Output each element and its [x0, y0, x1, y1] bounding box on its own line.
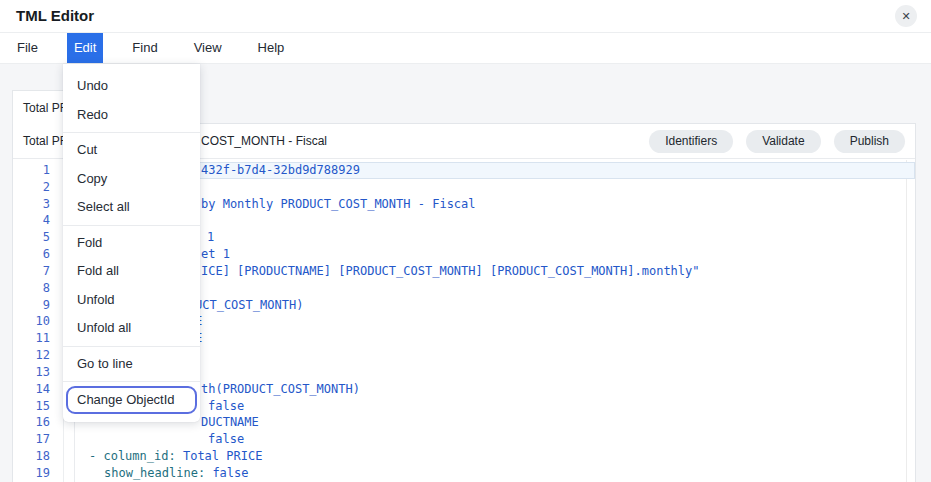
code-token: UCT_COST_MONTH)	[195, 298, 303, 312]
menu-item-cut[interactable]: Cut	[63, 136, 200, 165]
code-token: false	[205, 466, 248, 480]
document-title-fragment-right: COST_MONTH - Fiscal	[201, 134, 327, 148]
code-token: false	[208, 432, 244, 446]
menu-bar: FileEditFindViewHelp	[0, 33, 931, 64]
menu-item-unfold[interactable]: Unfold	[63, 286, 200, 315]
code-token: 432f-b7d4-32bd9d788929	[201, 163, 360, 177]
line-number: 19	[13, 465, 63, 482]
menu-item-go-to-line[interactable]: Go to line	[63, 350, 200, 379]
tml-editor-window: TML Editor ✕ FileEditFindViewHelp Total …	[0, 0, 931, 482]
code-token: show_headline:	[104, 466, 205, 480]
menu-help[interactable]: Help	[251, 33, 292, 63]
header-actions: IdentifiersValidatePublish	[649, 130, 905, 153]
code-line-content[interactable]: false	[63, 431, 915, 448]
menu-item-redo[interactable]: Redo	[63, 101, 200, 130]
line-number: 15	[13, 398, 63, 415]
menu-view[interactable]: View	[187, 33, 229, 63]
menu-item-change-objectid[interactable]: Change ObjectId	[66, 386, 197, 414]
code-token: false	[208, 399, 244, 413]
line-number: 7	[13, 263, 63, 280]
close-icon: ✕	[901, 10, 910, 22]
code-token: Total PRICE	[176, 449, 263, 463]
code-token: DUCTNAME	[201, 415, 259, 429]
code-token: et 1	[201, 247, 230, 261]
menu-group: CutCopySelect all	[63, 132, 200, 225]
line-number: 14	[13, 381, 63, 398]
code-line: 18- column_id: Total PRICE	[13, 448, 915, 465]
menu-item-unfold-all[interactable]: Unfold all	[63, 314, 200, 343]
menu-item-fold-all[interactable]: Fold all	[63, 257, 200, 286]
line-number: 18	[13, 448, 63, 465]
code-line-content[interactable]: - column_id: Total PRICE	[63, 448, 915, 465]
code-token: th(PRODUCT_COST_MONTH)	[201, 382, 360, 396]
line-number: 3	[13, 196, 63, 213]
line-number: 8	[13, 280, 63, 297]
code-token: - column_id:	[89, 449, 176, 463]
menu-file[interactable]: File	[10, 33, 45, 63]
line-number: 1	[13, 162, 63, 179]
menu-item-undo[interactable]: Undo	[63, 72, 200, 101]
validate-button[interactable]: Validate	[746, 130, 820, 153]
window-title: TML Editor	[16, 0, 94, 32]
code-line-content[interactable]: show_headline: false	[63, 465, 915, 482]
line-number: 11	[13, 330, 63, 347]
line-number: 16	[13, 414, 63, 431]
code-token: 1	[207, 230, 214, 244]
line-number: 2	[13, 179, 63, 196]
line-number: 5	[13, 229, 63, 246]
publish-button[interactable]: Publish	[834, 130, 905, 153]
code-token: by Monthly PRODUCT_COST_MONTH - Fiscal	[201, 197, 476, 211]
menu-group: FoldFold allUnfoldUnfold all	[63, 225, 200, 346]
code-token: ICE] [PRODUCTNAME] [PRODUCT_COST_MONTH] …	[201, 264, 700, 278]
line-number: 13	[13, 364, 63, 381]
close-button[interactable]: ✕	[895, 5, 917, 27]
edit-menu-dropdown: UndoRedoCutCopySelect allFoldFold allUnf…	[63, 64, 200, 422]
code-line: 17false	[13, 431, 915, 448]
menu-edit[interactable]: Edit	[67, 33, 103, 63]
line-number: 17	[13, 431, 63, 448]
menu-group: UndoRedo	[63, 69, 200, 132]
code-line: 19show_headline: false	[13, 465, 915, 482]
menu-find[interactable]: Find	[125, 33, 164, 63]
line-number: 9	[13, 297, 63, 314]
menu-item-select-all[interactable]: Select all	[63, 193, 200, 222]
menu-item-fold[interactable]: Fold	[63, 229, 200, 258]
title-bar: TML Editor ✕	[0, 0, 931, 33]
line-number: 10	[13, 313, 63, 330]
line-number: 12	[13, 347, 63, 364]
line-number: 6	[13, 246, 63, 263]
identifiers-button[interactable]: Identifiers	[649, 130, 733, 153]
line-number: 4	[13, 212, 63, 229]
menu-item-copy[interactable]: Copy	[63, 165, 200, 194]
menu-group: Change ObjectId	[63, 381, 200, 418]
menu-group: Go to line	[63, 346, 200, 382]
